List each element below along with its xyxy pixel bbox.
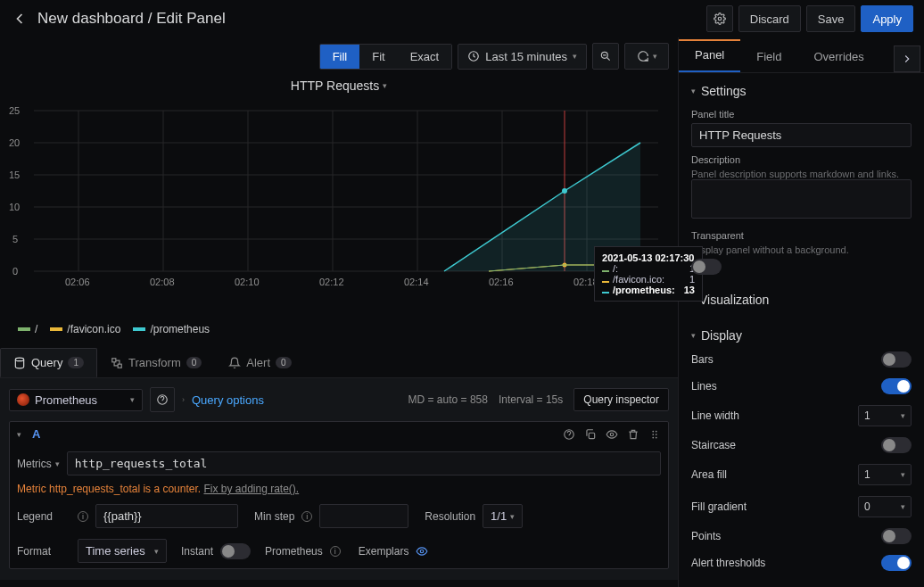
lines-label: Lines (691, 380, 717, 393)
panel-title-label: Panel title (691, 109, 912, 120)
format-label: Format (17, 545, 70, 558)
eye-icon[interactable] (606, 428, 618, 441)
transparent-toggle[interactable] (691, 259, 722, 275)
chevron-down-icon: ▾ (653, 52, 657, 61)
legend-input[interactable] (95, 504, 238, 528)
bell-icon (228, 357, 241, 369)
svg-text:02:16: 02:16 (489, 277, 514, 287)
svg-text:0: 0 (12, 266, 18, 277)
legend-item[interactable]: /favicon.ico (50, 323, 120, 335)
prometheus-label: Prometheus (265, 545, 323, 558)
question-icon (156, 393, 169, 406)
exact-button[interactable]: Exact (398, 45, 452, 69)
legend-item[interactable]: /prometheus (133, 323, 210, 335)
page-title: New dashboard / Edit Panel (37, 10, 706, 28)
svg-text:02:10: 02:10 (235, 277, 260, 287)
alertthresh-toggle[interactable] (881, 555, 912, 571)
trash-icon[interactable] (627, 428, 639, 441)
zoom-out-icon (599, 50, 612, 62)
svg-text:25: 25 (9, 105, 20, 116)
eye-icon[interactable] (416, 545, 428, 558)
staircase-label: Staircase (691, 439, 736, 451)
grip-icon[interactable] (648, 428, 661, 441)
chevron-down-icon[interactable]: ▾ (383, 81, 387, 90)
panel-title-input[interactable] (691, 123, 912, 147)
save-button[interactable]: Save (806, 5, 856, 32)
resolution-select[interactable]: 1/1▾ (483, 504, 523, 528)
datapoint-icon (562, 188, 567, 194)
datasource-help-button[interactable] (150, 387, 175, 412)
fix-rate-link[interactable]: Fix by adding rate(). (203, 483, 299, 495)
chevron-down-icon[interactable]: ▾ (17, 430, 21, 439)
query-options-link[interactable]: Query options (192, 393, 264, 407)
tab-overrides[interactable]: Overrides (797, 41, 879, 72)
interval-info: Interval = 15s (499, 393, 563, 406)
copy-icon[interactable] (584, 428, 597, 441)
viewmode-group: Fill Fit Exact (319, 44, 453, 70)
svg-text:02:06: 02:06 (65, 277, 90, 287)
transparent-help: Display panel without a background. (691, 244, 912, 255)
fillgradient-label: Fill gradient (691, 500, 747, 513)
discard-button[interactable]: Discard (738, 5, 801, 32)
fit-button[interactable]: Fit (359, 45, 397, 69)
instant-toggle[interactable] (220, 543, 251, 559)
info-icon[interactable]: i (78, 511, 88, 522)
section-visualization[interactable]: ›Visualization (691, 289, 912, 310)
fillgradient-select[interactable]: 0▾ (858, 496, 912, 517)
prometheus-logo-icon (17, 393, 29, 406)
tab-transform[interactable]: Transform 0 (97, 348, 215, 377)
svg-text:20: 20 (9, 137, 20, 148)
linewidth-select[interactable]: 1▾ (858, 405, 912, 426)
svg-point-37 (656, 430, 657, 432)
svg-point-29 (15, 358, 23, 361)
svg-text:10: 10 (9, 202, 20, 212)
svg-point-38 (652, 434, 654, 435)
points-toggle[interactable] (881, 528, 912, 544)
query-inspector-button[interactable]: Query inspector (573, 388, 669, 411)
tab-query[interactable]: Query 1 (0, 348, 97, 377)
tab-field[interactable]: Field (740, 41, 797, 72)
query-letter: A (32, 427, 40, 441)
tab-panel[interactable]: Panel (679, 39, 740, 72)
chart[interactable]: 25 20 15 10 5 0 02:06 02:08 02:10 02:12 … (7, 96, 667, 293)
question-icon[interactable] (563, 428, 575, 441)
fill-button[interactable]: Fill (320, 45, 360, 69)
time-range-button[interactable]: Last 15 minutes ▾ (458, 44, 587, 70)
collapse-right-icon[interactable] (894, 45, 920, 72)
zoom-out-button[interactable] (592, 43, 619, 70)
apply-button[interactable]: Apply (861, 5, 913, 32)
settings-button[interactable] (706, 5, 733, 32)
chevron-down-icon[interactable]: ▾ (55, 459, 60, 468)
chevron-down-icon: ▾ (130, 395, 135, 404)
back-icon[interactable] (11, 10, 29, 28)
clock-icon (467, 50, 480, 62)
svg-point-36 (652, 430, 654, 432)
staircase-toggle[interactable] (881, 437, 912, 453)
tab-alert[interactable]: Alert 0 (215, 348, 304, 377)
minstep-input[interactable] (319, 504, 408, 528)
legend-item[interactable]: / (18, 323, 37, 335)
counter-warning: Metric http_requests_total is a counter.… (10, 481, 668, 499)
datasource-select[interactable]: Prometheus ▾ (9, 389, 143, 411)
refresh-button[interactable]: ▾ (624, 43, 669, 70)
chevron-right-icon (901, 53, 913, 65)
database-icon (13, 357, 26, 369)
points-label: Points (691, 530, 721, 542)
section-settings[interactable]: ▾Settings (691, 80, 912, 102)
svg-rect-34 (589, 433, 594, 438)
bars-toggle[interactable] (881, 351, 912, 368)
section-display[interactable]: ▾Display (691, 325, 912, 346)
info-icon[interactable]: i (330, 546, 341, 557)
description-label: Description (691, 154, 912, 165)
areafill-select[interactable]: 1▾ (858, 464, 912, 485)
svg-point-40 (652, 436, 654, 438)
svg-text:15: 15 (9, 169, 20, 180)
info-icon[interactable]: i (301, 511, 312, 522)
metric-input[interactable] (67, 451, 661, 475)
resolution-label: Resolution (425, 510, 475, 523)
format-select[interactable]: Time series▾ (78, 539, 167, 563)
lines-toggle[interactable] (881, 378, 912, 394)
description-input[interactable] (691, 179, 912, 219)
panel-title: HTTP Requests (291, 79, 379, 93)
svg-text:5: 5 (12, 234, 18, 244)
